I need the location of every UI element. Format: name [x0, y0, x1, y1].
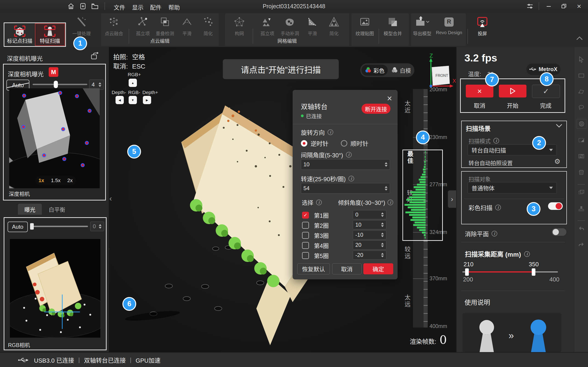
restore-icon[interactable]: [560, 2, 568, 10]
color-mode-button[interactable]: 彩色: [362, 65, 388, 76]
interval-info-icon[interactable]: i: [346, 152, 352, 158]
rgb-minus-label: RGB-: [128, 90, 140, 95]
turntable-tool-icon[interactable]: [578, 205, 585, 213]
scan-mode-info-icon[interactable]: i: [493, 138, 499, 144]
cursor-tool-icon[interactable]: [578, 56, 585, 64]
texture-map-button[interactable]: 纹理贴图: [353, 15, 376, 37]
pc-overlap-detect-button[interactable]: 重叠检测: [153, 15, 176, 37]
settings-sliders-icon[interactable]: [526, 2, 534, 10]
mesh-simplify-button[interactable]: 简化: [322, 15, 346, 37]
pc-simplify-button[interactable]: 简化: [197, 15, 220, 37]
rgb-exposure-slider[interactable]: [30, 226, 88, 227]
rgb-auto-button[interactable]: Auto: [8, 222, 28, 232]
dialog-confirm-button[interactable]: 确定: [363, 263, 393, 274]
circle-1-tilt-input[interactable]: 0: [353, 210, 386, 219]
mesh-construct-button[interactable]: 构网: [228, 15, 251, 37]
redo-icon[interactable]: [578, 241, 585, 249]
manual-mode-badge[interactable]: M: [49, 67, 58, 77]
hide-selection-icon[interactable]: [578, 152, 585, 161]
manual-hole-fill-button[interactable]: 手动补洞: [278, 15, 301, 37]
distance-info-icon[interactable]: i: [524, 251, 530, 257]
dialog-close-icon[interactable]: ×: [387, 94, 392, 103]
viewport-3d[interactable]: 拍照: 空格 取消: ESC RGB+ ▲ Depth- RGB- Depth+…: [109, 47, 456, 352]
speed-input[interactable]: 54: [301, 183, 390, 194]
circle-3-checkbox[interactable]: [302, 232, 309, 239]
point-cloud-fusion-button[interactable]: 点云融合: [103, 15, 125, 37]
circle-2-tilt-input[interactable]: 10: [353, 220, 386, 229]
pc-smooth-button[interactable]: 平滑: [175, 15, 199, 37]
interval-input[interactable]: 10: [301, 159, 390, 170]
white-mode-button[interactable]: 白模: [388, 66, 414, 74]
distance-handle-high[interactable]: [532, 268, 536, 276]
scan-start-button[interactable]: [499, 85, 527, 98]
scan-object-dropdown[interactable]: 普通物体: [468, 182, 557, 194]
zoom-1-5x-button[interactable]: 1.5x: [51, 177, 61, 184]
zoom-1x-button[interactable]: 1x: [39, 177, 44, 184]
brush-select-icon[interactable]: [577, 119, 586, 129]
tab-exposure[interactable]: 曝光: [18, 204, 42, 215]
invert-select-icon[interactable]: [578, 136, 585, 145]
circle-4-tilt-input[interactable]: 20: [353, 240, 386, 250]
gauge-mark-200: 200mm: [430, 86, 447, 93]
screen-cast-button[interactable]: 投屏: [471, 15, 494, 37]
tab-white-balance[interactable]: 白平衡: [43, 204, 71, 215]
rgb-slider-knob[interactable]: [30, 223, 34, 230]
export-model-button[interactable]: 导出模型: [411, 15, 434, 37]
ccw-radio[interactable]: 逆时针: [301, 139, 329, 148]
color-scan-info-icon[interactable]: i: [495, 205, 501, 210]
revo-design-button[interactable]: R Revo Design: [435, 15, 463, 35]
reset-default-button[interactable]: 恢复默认: [297, 263, 330, 274]
dialog-cancel-button[interactable]: 取消: [332, 263, 362, 274]
camera-flip-icon[interactable]: [90, 52, 99, 61]
speed-info-icon[interactable]: i: [348, 176, 354, 181]
close-icon[interactable]: ×: [575, 2, 583, 10]
one-click-process-button[interactable]: 一键处理: [70, 15, 93, 37]
mesh-smooth-button[interactable]: 平滑: [301, 15, 324, 37]
minimize-icon[interactable]: [545, 2, 553, 10]
remove-plane-info-icon[interactable]: i: [492, 231, 497, 236]
circle-1-checkbox[interactable]: ✓: [302, 212, 309, 219]
section-collapse-icon[interactable]: [555, 123, 563, 129]
circle-3-tilt-input[interactable]: -10: [353, 230, 386, 240]
left-panel-collapse-icon[interactable]: ‹: [109, 194, 112, 203]
remove-plane-toggle[interactable]: [552, 228, 566, 236]
color-scan-toggle[interactable]: [548, 202, 563, 210]
lasso-select-icon[interactable]: [578, 104, 585, 112]
scan-cancel-button[interactable]: ×: [466, 85, 493, 98]
model-merge-button[interactable]: 模型合并: [381, 15, 404, 37]
mesh-simplify-icon: [322, 15, 346, 30]
screen-cast-icon: [471, 15, 494, 30]
rgb-exposure-value[interactable]: 0: [90, 222, 104, 231]
distance-slider-track[interactable]: [462, 271, 558, 273]
rotation-info-icon[interactable]: i: [328, 129, 333, 135]
polygon-select-icon[interactable]: [578, 88, 585, 96]
mesh-isolated-button[interactable]: 孤立项: [256, 15, 279, 37]
circle-5-checkbox[interactable]: [302, 252, 309, 259]
marker-scan-button[interactable]: 标记点扫描: [5, 24, 35, 45]
select-info-icon[interactable]: i: [316, 200, 322, 205]
distance-handle-low[interactable]: [465, 268, 469, 276]
depth-camera-preview[interactable]: 1x 1.5x 2x: [9, 88, 100, 188]
circle-5-tilt-input[interactable]: -20: [353, 250, 386, 260]
rect-select-icon[interactable]: [578, 72, 585, 80]
circle-2-checkbox[interactable]: [302, 222, 309, 229]
feature-scan-button[interactable]: 特征扫描: [35, 24, 65, 45]
depth-exposure-slider[interactable]: [33, 84, 87, 85]
scan-finish-button[interactable]: ✓: [532, 85, 560, 98]
cw-radio[interactable]: 顺时针: [341, 139, 368, 148]
auto-photo-settings-link[interactable]: 转台自动拍照设置: [468, 159, 513, 167]
delete-selection-icon[interactable]: [578, 169, 585, 177]
disconnect-button[interactable]: 断开连接: [362, 104, 390, 114]
circle-4-checkbox[interactable]: [302, 242, 309, 249]
pc-isolated-button[interactable]: 孤立项: [131, 15, 154, 37]
undo-icon[interactable]: [578, 225, 585, 233]
gear-icon[interactable]: ⚙: [554, 157, 561, 165]
toolbar-collapse-icon[interactable]: [575, 35, 584, 42]
duplicate-icon[interactable]: [578, 189, 585, 197]
zoom-2x-button[interactable]: 2x: [67, 177, 73, 184]
instructions-card[interactable]: »: [463, 313, 561, 352]
rgb-camera-preview[interactable]: [10, 239, 100, 338]
right-panel-expand-icon[interactable]: ›: [448, 190, 456, 208]
tilt-info-icon[interactable]: i: [388, 200, 393, 205]
depth-slider-knob[interactable]: [54, 81, 58, 88]
